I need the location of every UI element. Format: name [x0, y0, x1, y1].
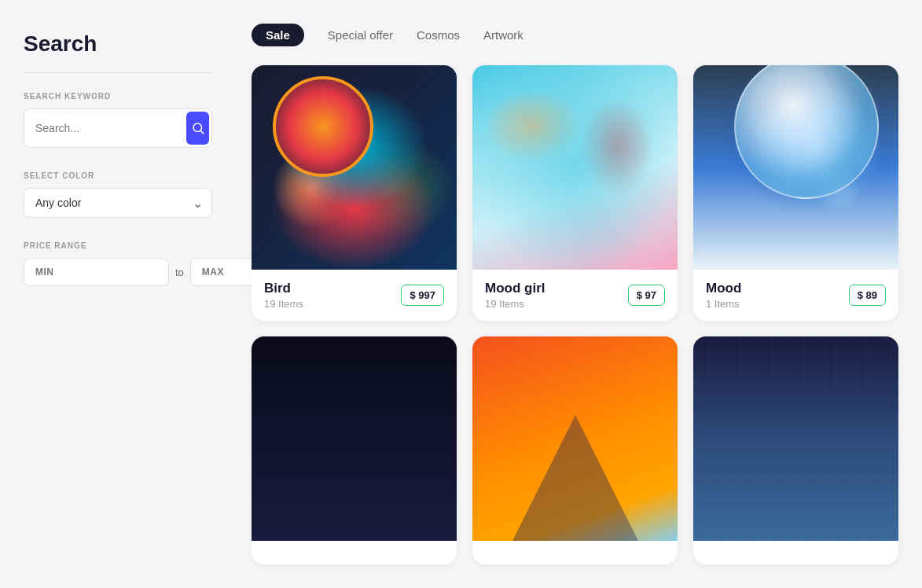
card-4-image [252, 336, 457, 541]
card-bird-subtitle: 19 Items [264, 298, 303, 310]
svg-line-1 [200, 130, 204, 134]
price-range-label: PRICE RANGE [24, 241, 212, 250]
price-range-section: PRICE RANGE to [24, 241, 212, 286]
search-input[interactable] [24, 114, 184, 142]
card-5[interactable] [472, 336, 678, 564]
card-mood-info: Mood 1 Items [706, 281, 741, 310]
price-separator: to [175, 266, 184, 278]
search-button[interactable] [186, 112, 209, 145]
card-bird-image [252, 65, 457, 270]
color-select-wrapper: Any color Red Blue Green Yellow Black Wh… [24, 188, 212, 218]
search-icon [191, 121, 205, 135]
cards-grid: Bird 19 Items $ 997 Mood girl 19 Items $… [252, 65, 898, 564]
card-5-image [472, 336, 678, 541]
card-6-image [693, 336, 898, 541]
search-wrapper [24, 108, 212, 148]
svg-point-0 [193, 123, 202, 132]
tab-artwork[interactable]: Artwork [483, 24, 523, 46]
page-title: Search [24, 31, 212, 57]
card-mood-girl-price[interactable]: $ 97 [628, 285, 665, 306]
card-mood-price[interactable]: $ 89 [849, 285, 886, 306]
tab-cosmos[interactable]: Cosmos [417, 24, 460, 46]
card-mood-girl-info: Mood girl 19 Items [485, 281, 545, 310]
card-bird-price[interactable]: $ 997 [401, 285, 444, 306]
card-mood-girl-body: Mood girl 19 Items $ 97 [472, 270, 678, 321]
divider [24, 72, 212, 73]
card-mood-subtitle: 1 Items [706, 298, 741, 310]
search-keyword-label: SEARCH KEYWORD [24, 92, 212, 101]
tab-sale[interactable]: Sale [252, 24, 304, 46]
card-mood[interactable]: Mood 1 Items $ 89 [693, 65, 898, 321]
main-content: Sale Special offer Cosmos Artwork Bird 1… [236, 0, 922, 588]
color-select[interactable]: Any color Red Blue Green Yellow Black Wh… [24, 188, 212, 218]
price-min-input[interactable] [24, 258, 169, 286]
card-bird-title: Bird [264, 281, 303, 296]
color-filter-section: SELECT COLOR Any color Red Blue Green Ye… [24, 171, 212, 218]
card-6-body [693, 541, 898, 564]
card-4-body [252, 541, 457, 564]
price-inputs: to [24, 258, 212, 286]
card-mood-girl[interactable]: Mood girl 19 Items $ 97 [472, 65, 678, 321]
card-bird-info: Bird 19 Items [264, 281, 303, 310]
card-5-body [472, 541, 678, 564]
card-mood-title: Mood [706, 281, 741, 296]
card-6[interactable] [693, 336, 898, 564]
card-bird[interactable]: Bird 19 Items $ 997 [252, 65, 457, 321]
card-bird-body: Bird 19 Items $ 997 [252, 270, 457, 321]
sidebar: Search SEARCH KEYWORD SELECT COLOR Any c… [0, 0, 236, 588]
card-mood-girl-subtitle: 19 Items [485, 298, 545, 310]
card-mood-girl-image [472, 65, 678, 270]
card-mood-image [693, 65, 898, 270]
color-filter-label: SELECT COLOR [24, 171, 212, 180]
card-mood-girl-title: Mood girl [485, 281, 545, 296]
card-4[interactable] [252, 336, 457, 564]
tab-special-offer[interactable]: Special offer [328, 24, 393, 46]
tabs-bar: Sale Special offer Cosmos Artwork [252, 24, 898, 46]
card-mood-body: Mood 1 Items $ 89 [693, 270, 898, 321]
